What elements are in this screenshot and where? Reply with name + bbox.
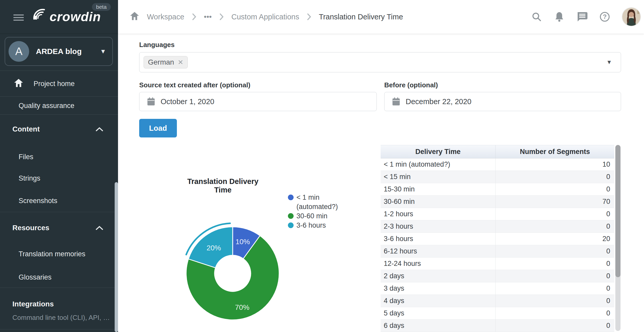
cell-value: 0 <box>496 171 615 183</box>
top-bar: Workspace ••• Custom Applications Transl… <box>118 0 644 34</box>
breadcrumb-current: Translation Delivery Time <box>319 13 403 21</box>
table-row: 3-6 hours20 <box>381 233 614 245</box>
cell-label: 3 days <box>381 282 496 295</box>
divider <box>0 288 118 288</box>
breadcrumb-workspace[interactable]: Workspace <box>147 13 184 21</box>
table-row: 2-3 hours0 <box>381 220 614 233</box>
section-title: Resources <box>12 224 96 232</box>
chevron-up-icon <box>96 127 103 132</box>
cell-label: 12-24 hours <box>381 258 496 270</box>
table-row: 3 days0 <box>381 282 614 295</box>
main-content: Languages German ✕ ▼ Source text created… <box>118 34 644 332</box>
cell-value: 0 <box>496 307 615 320</box>
table-row: 30-60 min70 <box>381 196 614 208</box>
sidebar-item-label: Screenshots <box>19 197 57 205</box>
topbar-actions: ? <box>531 7 641 26</box>
cell-label: 3-6 hours <box>381 233 496 245</box>
sidebar-item-translation-memories[interactable]: Translation memories <box>0 247 115 261</box>
cell-value: 0 <box>496 282 615 295</box>
chart-title: Translation Delivery Time <box>180 177 266 194</box>
sidebar-scrollbar[interactable] <box>115 182 118 332</box>
crowdin-app: crowdin beta A ARDEA blog ▼ Project home… <box>0 0 644 332</box>
cell-label: 5 days <box>381 307 496 320</box>
project-avatar: A <box>9 41 29 62</box>
sidebar-item-label: Translation memories <box>19 250 85 258</box>
user-avatar[interactable] <box>622 7 641 26</box>
sidebar-item-label: Project home <box>34 80 75 88</box>
load-button[interactable]: Load <box>139 119 177 137</box>
slice-label-70: 70% <box>235 303 249 311</box>
divider <box>0 114 118 115</box>
table-header-row: Delivery Time Number of Segments <box>381 145 614 158</box>
bell-icon[interactable] <box>554 11 565 22</box>
delivery-time-table: Delivery Time Number of Segments < 1 min… <box>381 145 614 332</box>
sidebar-item-strings[interactable]: Strings <box>0 171 115 185</box>
cell-label: 4 days <box>381 295 496 307</box>
workspace-home-icon[interactable] <box>130 12 139 22</box>
col-header-delivery-time: Delivery Time <box>381 145 496 158</box>
languages-label: Languages <box>139 41 175 49</box>
project-selector[interactable]: A ARDEA blog ▼ <box>5 37 113 66</box>
divider <box>0 71 118 71</box>
table-row: < 1 min (automated?)10 <box>381 158 614 171</box>
chevron-up-icon <box>96 226 103 230</box>
help-icon[interactable]: ? <box>599 11 610 22</box>
sidebar-header: crowdin beta <box>0 0 118 34</box>
sidebar-section-resources[interactable]: Resources <box>0 220 115 236</box>
table-row: 4 days0 <box>381 295 614 307</box>
cell-value: 0 <box>496 270 615 282</box>
cell-value: 0 <box>496 245 615 258</box>
cell-label: 1-2 hours <box>381 208 496 220</box>
legend-entry-3: 3-6 hours <box>296 221 326 230</box>
table-row: 12-24 hours0 <box>381 258 614 270</box>
sidebar-item-glossaries[interactable]: Glossaries <box>0 270 115 284</box>
home-icon <box>14 79 23 89</box>
project-name: ARDEA blog <box>36 47 100 56</box>
search-icon[interactable] <box>531 11 542 22</box>
cell-label: < 15 min <box>381 171 496 183</box>
language-tag-label: German <box>148 58 174 66</box>
cell-value: 0 <box>496 220 615 233</box>
after-date-value: October 1, 2020 <box>161 97 214 106</box>
cell-value: 70 <box>496 196 615 208</box>
table-scrollbar[interactable] <box>615 145 621 331</box>
crowdin-logo[interactable]: crowdin <box>30 8 101 26</box>
after-date-input[interactable]: October 1, 2020 <box>139 92 377 111</box>
before-date-input[interactable]: December 22, 2020 <box>384 92 621 111</box>
slice-label-20: 20% <box>207 244 221 252</box>
breadcrumb-ellipsis[interactable]: ••• <box>204 13 212 21</box>
sidebar: crowdin beta A ARDEA blog ▼ Project home… <box>0 0 118 332</box>
hamburger-menu-icon[interactable] <box>13 14 24 21</box>
cell-value: 20 <box>496 233 615 245</box>
chevron-right-icon <box>307 13 311 20</box>
table-row: 6-12 hours0 <box>381 245 614 258</box>
table-row: 15-30 min0 <box>381 183 614 196</box>
chat-icon[interactable] <box>576 11 588 22</box>
sidebar-section-integrations[interactable]: Integrations <box>0 297 115 312</box>
calendar-icon[interactable] <box>147 97 155 106</box>
caret-down-icon: ▼ <box>606 59 612 66</box>
table-row: 2 days0 <box>381 270 614 282</box>
languages-select[interactable]: German ✕ ▼ <box>139 52 621 72</box>
close-icon[interactable]: ✕ <box>178 58 183 66</box>
cell-label: 2 days <box>381 270 496 282</box>
sidebar-section-content[interactable]: Content <box>0 121 115 137</box>
sidebar-item-screenshots[interactable]: Screenshots <box>0 194 115 208</box>
divider <box>0 212 118 212</box>
cell-label: 2-3 hours <box>381 220 496 233</box>
sidebar-item-project-home[interactable]: Project home <box>0 71 115 96</box>
svg-text:?: ? <box>603 13 607 20</box>
sidebar-item-quality-assurance[interactable]: Quality assurance <box>0 97 115 114</box>
table-row: < 15 min0 <box>381 171 614 183</box>
chevron-right-icon <box>192 13 196 20</box>
calendar-icon[interactable] <box>392 97 400 106</box>
after-date-label: Source text created after (optional) <box>139 81 250 89</box>
cell-value: 0 <box>496 320 615 332</box>
cell-label: < 1 min (automated?) <box>381 158 496 171</box>
cell-label: 30-60 min <box>381 196 496 208</box>
sidebar-item-files[interactable]: Files <box>0 150 115 164</box>
table-row: 6 days0 <box>381 320 614 332</box>
breadcrumb-custom-applications[interactable]: Custom Applications <box>231 13 299 21</box>
cell-label: 6 days <box>381 320 496 332</box>
table-scrollbar-thumb[interactable] <box>615 145 621 277</box>
